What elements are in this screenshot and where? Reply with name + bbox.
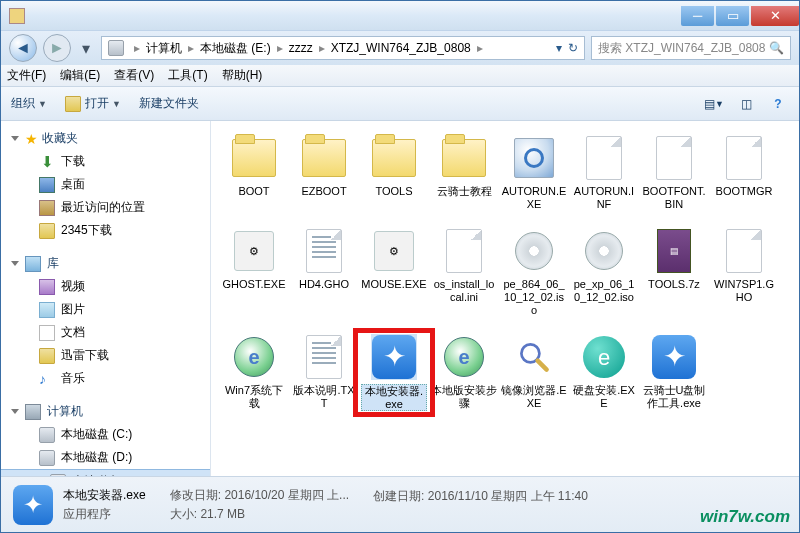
file-item[interactable]: 镜像浏览器.EXE bbox=[499, 334, 569, 411]
nav-item-music[interactable]: ♪音乐 bbox=[1, 367, 210, 390]
nav-item-videos[interactable]: 视频 bbox=[1, 275, 210, 298]
file-item[interactable]: ✦云骑士U盘制作工具.exe bbox=[639, 334, 709, 411]
file-label: EZBOOT bbox=[301, 185, 346, 198]
file-item[interactable]: e硬盘安装.EXE bbox=[569, 334, 639, 411]
file-item[interactable]: AUTORUN.INF bbox=[569, 135, 639, 210]
drive-icon bbox=[39, 450, 55, 466]
file-icon bbox=[441, 228, 487, 274]
maximize-button[interactable]: ▭ bbox=[716, 6, 749, 26]
menu-view[interactable]: 查看(V) bbox=[114, 67, 154, 84]
nav-item-drive-c[interactable]: 本地磁盘 (C:) bbox=[1, 423, 210, 446]
new-folder-button[interactable]: 新建文件夹 bbox=[139, 95, 199, 112]
file-item[interactable]: os_install_local.ini bbox=[429, 228, 499, 316]
details-modified-value: 2016/10/20 星期四 上... bbox=[224, 488, 349, 502]
navigation-pane: ★收藏夹 ⬇下载 桌面 最近访问的位置 2345下载 库 视频 图片 文档 迅雷… bbox=[1, 121, 211, 476]
nav-item-xunlei[interactable]: 迅雷下载 bbox=[1, 344, 210, 367]
file-label: 云骑士U盘制作工具.exe bbox=[641, 384, 707, 409]
file-label: 云骑士教程 bbox=[437, 185, 492, 198]
nav-item-downloads[interactable]: ⬇下载 bbox=[1, 150, 210, 173]
file-item[interactable]: TOOLS bbox=[359, 135, 429, 210]
nav-libraries-header[interactable]: 库 bbox=[1, 252, 210, 275]
crumb-drive-e[interactable]: 本地磁盘 (E:) bbox=[196, 37, 275, 59]
window-buttons: ─ ▭ ✕ bbox=[679, 6, 799, 26]
organize-button[interactable]: 组织▼ bbox=[11, 95, 47, 112]
nav-item-drive-d[interactable]: 本地磁盘 (D:) bbox=[1, 446, 210, 469]
star-icon: ★ bbox=[25, 131, 38, 147]
titlebar[interactable]: ─ ▭ ✕ bbox=[1, 1, 799, 31]
blueapp-icon: ✦ bbox=[371, 334, 417, 380]
file-item[interactable]: e本地版安装步骤 bbox=[429, 334, 499, 411]
txtfile-icon bbox=[301, 334, 347, 380]
file-label: 本地安装器.exe bbox=[361, 384, 427, 411]
file-item[interactable]: AUTORUN.EXE bbox=[499, 135, 569, 210]
file-label: pe_864_06_10_12_02.iso bbox=[501, 278, 567, 316]
history-dropdown[interactable]: ▾ bbox=[77, 35, 95, 61]
search-icon[interactable]: 🔍 bbox=[769, 41, 784, 55]
file-item[interactable]: pe_xp_06_10_12_02.iso bbox=[569, 228, 639, 316]
open-button[interactable]: 打开▼ bbox=[65, 95, 121, 112]
nav-computer-header[interactable]: 计算机 bbox=[1, 400, 210, 423]
forward-button[interactable]: ► bbox=[43, 34, 71, 62]
file-item[interactable]: 版本说明.TXT bbox=[289, 334, 359, 411]
details-created-label: 创建日期: bbox=[373, 489, 424, 503]
preview-pane-button[interactable]: ◫ bbox=[735, 93, 757, 115]
address-bar[interactable]: ▸ 计算机 ▸ 本地磁盘 (E:) ▸ zzzz ▸ XTZJ_WIN764_Z… bbox=[101, 36, 585, 60]
nav-item-documents[interactable]: 文档 bbox=[1, 321, 210, 344]
help-icon[interactable]: ? bbox=[767, 93, 789, 115]
picture-icon bbox=[39, 302, 55, 318]
file-item[interactable]: BOOTFONT.BIN bbox=[639, 135, 709, 210]
file-item[interactable]: eWin7系统下载 bbox=[219, 334, 289, 411]
disc-icon bbox=[511, 228, 557, 274]
folder-icon bbox=[39, 348, 55, 364]
crumb-zzzz[interactable]: zzzz bbox=[285, 37, 317, 59]
view-options-button[interactable]: ▤▼ bbox=[703, 93, 725, 115]
file-item[interactable]: HD4.GHO bbox=[289, 228, 359, 316]
folder-icon bbox=[39, 223, 55, 239]
file-item[interactable]: WIN7SP1.GHO bbox=[709, 228, 779, 316]
crumb-current-folder[interactable]: XTZJ_WIN764_ZJB_0808 bbox=[327, 37, 475, 59]
file-pane[interactable]: BOOTEZBOOTTOOLS云骑士教程AUTORUN.EXEAUTORUN.I… bbox=[211, 121, 799, 476]
ie-icon: e bbox=[231, 334, 277, 380]
recent-icon bbox=[39, 200, 55, 216]
details-size-label: 大小: bbox=[170, 507, 197, 521]
menu-help[interactable]: 帮助(H) bbox=[222, 67, 263, 84]
nav-favorites-header[interactable]: ★收藏夹 bbox=[1, 127, 210, 150]
details-filename: 本地安装器.exe bbox=[63, 487, 146, 504]
file-label: WIN7SP1.GHO bbox=[711, 278, 777, 303]
close-button[interactable]: ✕ bbox=[751, 6, 799, 26]
chevron-right-icon: ▸ bbox=[275, 41, 285, 55]
back-button[interactable]: ◄ bbox=[9, 34, 37, 62]
crumb-computer[interactable]: 计算机 bbox=[142, 37, 186, 59]
file-item[interactable]: ✦本地安装器.exe bbox=[359, 334, 429, 411]
address-dropdown-icon[interactable]: ▾ bbox=[556, 41, 562, 55]
menu-tools[interactable]: 工具(T) bbox=[168, 67, 207, 84]
nav-item-desktop[interactable]: 桌面 bbox=[1, 173, 210, 196]
file-item[interactable]: 云骑士教程 bbox=[429, 135, 499, 210]
file-item[interactable]: pe_864_06_10_12_02.iso bbox=[499, 228, 569, 316]
folder-icon bbox=[441, 135, 487, 181]
file-item[interactable]: EZBOOT bbox=[289, 135, 359, 210]
library-icon bbox=[25, 256, 41, 272]
file-item[interactable]: ⚙GHOST.EXE bbox=[219, 228, 289, 316]
nav-item-drive-e[interactable]: ▷本地磁盘 (E:) bbox=[1, 469, 210, 476]
drive-icon bbox=[39, 427, 55, 443]
folder-icon bbox=[371, 135, 417, 181]
search-input[interactable]: 搜索 XTZJ_WIN764_ZJB_0808 🔍 bbox=[591, 36, 791, 60]
file-label: AUTORUN.EXE bbox=[501, 185, 567, 210]
open-icon bbox=[65, 96, 81, 112]
file-item[interactable]: ▤TOOLS.7z bbox=[639, 228, 709, 316]
refresh-icon[interactable]: ↻ bbox=[568, 41, 578, 55]
file-item[interactable]: BOOT bbox=[219, 135, 289, 210]
expand-icon bbox=[11, 136, 19, 141]
chevron-right-icon: ▸ bbox=[317, 41, 327, 55]
nav-item-pictures[interactable]: 图片 bbox=[1, 298, 210, 321]
menu-edit[interactable]: 编辑(E) bbox=[60, 67, 100, 84]
file-item[interactable]: BOOTMGR bbox=[709, 135, 779, 210]
search-placeholder: 搜索 XTZJ_WIN764_ZJB_0808 bbox=[598, 40, 765, 57]
folder-icon bbox=[301, 135, 347, 181]
menu-file[interactable]: 文件(F) bbox=[7, 67, 46, 84]
minimize-button[interactable]: ─ bbox=[681, 6, 714, 26]
nav-item-2345[interactable]: 2345下载 bbox=[1, 219, 210, 242]
nav-item-recent[interactable]: 最近访问的位置 bbox=[1, 196, 210, 219]
file-item[interactable]: ⚙MOUSE.EXE bbox=[359, 228, 429, 316]
